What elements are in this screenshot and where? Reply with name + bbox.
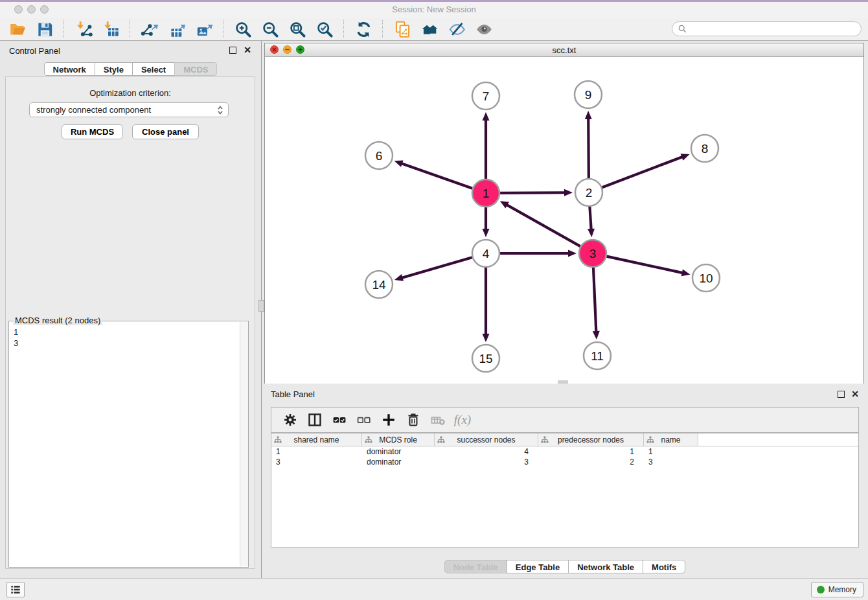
column-header-label: MCDS role (379, 435, 417, 444)
column-header-name[interactable]: name (644, 433, 698, 446)
graph-node-label-6: 6 (376, 149, 383, 163)
run-mcds-button[interactable]: Run MCDS (62, 124, 123, 139)
table-cell[interactable]: 3 (644, 457, 698, 467)
table-cell[interactable]: 3 (271, 457, 362, 467)
control-panel: Control Panel ✕ NetworkStyleSelectMCDS O… (0, 41, 262, 578)
network-window-titlebar[interactable]: scc.txt (265, 43, 863, 57)
criterion-dropdown[interactable]: strongly connected component (29, 102, 229, 117)
toolbar-separator (130, 20, 131, 38)
memory-label: Memory (828, 585, 856, 594)
select-all-checkboxes-icon[interactable] (330, 411, 348, 429)
zoom-out-icon[interactable] (260, 19, 280, 39)
zoom-fit-icon[interactable] (288, 19, 307, 39)
graph-edge-arrowhead (568, 250, 577, 257)
tab-style[interactable]: Style (95, 62, 133, 76)
tab-select[interactable]: Select (132, 62, 175, 76)
task-history-button[interactable] (6, 582, 25, 597)
show-graphics-icon[interactable] (474, 19, 494, 39)
graph-edge-3-10[interactable] (606, 257, 683, 273)
memory-button[interactable]: Memory (811, 582, 863, 597)
add-column-icon[interactable] (380, 411, 398, 429)
table-panel-float-button[interactable] (838, 391, 845, 398)
window-title: Session: New Session (0, 5, 868, 14)
toolbar-separator (343, 20, 345, 38)
graph-edge-arrowhead (681, 270, 691, 277)
zoom-selected-icon[interactable] (315, 19, 334, 39)
export-network-icon[interactable] (140, 19, 159, 39)
clear-checkboxes-icon[interactable] (355, 411, 373, 429)
graph-edge-1-2[interactable] (500, 192, 565, 193)
delete-table-icon[interactable] (404, 411, 422, 429)
close-panel-button[interactable]: Close panel (132, 124, 199, 139)
column-header-shared-name[interactable]: shared name (271, 433, 362, 446)
graph-node-label-1: 1 (483, 187, 490, 200)
hide-annotations-icon[interactable] (447, 19, 466, 39)
column-header-label: shared name (293, 435, 339, 444)
import-network-icon[interactable] (74, 19, 93, 39)
home-neighbors-icon[interactable] (420, 19, 439, 39)
graph-edge-2-8[interactable] (602, 157, 683, 187)
graph-edge-2-9[interactable] (588, 118, 589, 178)
mcds-result-text[interactable]: 13 (9, 323, 240, 567)
graph-edge-arrowhead (394, 160, 404, 167)
column-header-predecessor-nodes[interactable]: predecessor nodes (538, 433, 644, 446)
table-cell[interactable]: 3 (435, 457, 538, 467)
table-cell[interactable]: 4 (435, 446, 538, 457)
graph-edge-3-1[interactable] (506, 205, 580, 247)
mcds-result-line: 3 (14, 338, 240, 349)
panel-splitter-handle[interactable] (258, 300, 264, 312)
import-table-icon[interactable] (101, 19, 120, 39)
control-panel-float-button[interactable] (229, 47, 236, 54)
graph-edge-arrowhead (585, 111, 592, 119)
table-cell[interactable]: 2 (538, 457, 644, 467)
settings-gear-icon[interactable] (281, 411, 299, 429)
network-canvas[interactable]: 7968124314101511 (265, 57, 863, 384)
column-header-successor-nodes[interactable]: successor nodes (435, 433, 538, 446)
graph-edge-1-6[interactable] (401, 163, 472, 189)
column-header-mcds-role[interactable]: MCDS role (362, 433, 435, 446)
search-field[interactable] (672, 21, 862, 36)
table-toolbar: f(x) (271, 407, 859, 433)
window-top-border (0, 0, 868, 2)
table-row[interactable]: 1dominator411 (271, 446, 858, 457)
mcds-result-scrollbar[interactable] (240, 322, 248, 566)
graph-node-label-11: 11 (591, 349, 604, 363)
table-tab-network-table[interactable]: Network Table (568, 560, 643, 573)
memory-status-dot (817, 586, 825, 594)
table-panel-title: Table Panel (271, 389, 315, 399)
tab-network[interactable]: Network (44, 62, 95, 76)
graph-node-label-8: 8 (702, 142, 709, 156)
graph-edge-4-14[interactable] (402, 257, 472, 278)
graph-edge-arrowhead (564, 189, 573, 196)
export-table-icon[interactable] (167, 19, 187, 39)
table-cell[interactable]: 1 (644, 446, 698, 457)
duplicate-network-icon[interactable] (393, 19, 412, 39)
table-row[interactable]: 3dominator323 (271, 457, 858, 467)
node-table: shared nameMCDS rolesuccessor nodesprede… (271, 433, 859, 548)
table-tab-motifs[interactable]: Motifs (643, 560, 685, 573)
split-columns-icon[interactable] (306, 411, 324, 429)
table-cell[interactable]: 1 (271, 446, 362, 457)
save-session-icon[interactable] (35, 19, 54, 39)
refresh-layout-icon[interactable] (354, 19, 373, 39)
search-input[interactable] (690, 23, 861, 36)
toolbar-separator (63, 20, 65, 38)
table-cell[interactable]: 1 (538, 446, 644, 457)
open-session-icon[interactable] (8, 19, 27, 39)
tab-mcds[interactable]: MCDS (174, 62, 217, 76)
table-cell[interactable]: dominator (362, 446, 435, 457)
zoom-in-icon[interactable] (233, 19, 253, 39)
export-image-icon[interactable] (194, 19, 214, 39)
graph-edge-2-3[interactable] (589, 207, 591, 230)
table-cell[interactable]: dominator (362, 457, 435, 467)
table-panel-close-icon[interactable]: ✕ (851, 390, 859, 398)
table-tab-node-table[interactable]: Node Table (444, 560, 507, 573)
control-panel-close-icon[interactable]: ✕ (244, 46, 251, 54)
graph-node-label-10: 10 (699, 271, 713, 285)
table-tab-edge-table[interactable]: Edge Table (507, 560, 569, 573)
graph-node-label-14: 14 (372, 278, 386, 292)
graph-edge-arrowhead (483, 334, 490, 342)
column-header-label: successor nodes (457, 435, 515, 444)
graph-edge-arrowhead (394, 274, 404, 281)
graph-edge-3-11[interactable] (593, 268, 596, 332)
